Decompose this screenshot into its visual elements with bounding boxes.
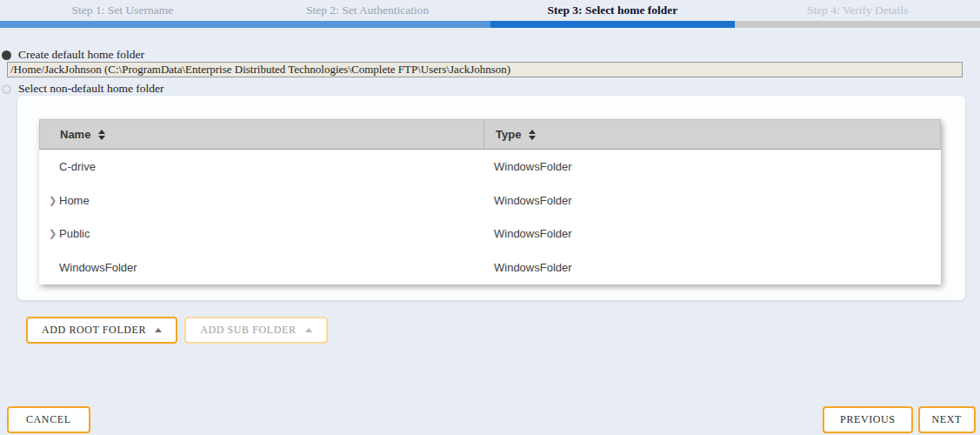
radio-create-default[interactable] (2, 50, 11, 60)
step-3-label: Step 3: Select home folder (490, 2, 736, 17)
chevron-right-icon[interactable]: ❯ (49, 229, 57, 238)
table-row-windowsfolder[interactable]: WindowsFolder WindowsFolder (39, 251, 941, 284)
step-1-label: Step 1: Set Username (0, 2, 245, 17)
wizard-stepper: Step 1: Set Username Step 2: Set Authent… (0, 2, 980, 17)
menu-up-arrow-icon (305, 328, 312, 332)
folder-name: C-drive (59, 160, 96, 173)
sort-icon (98, 130, 105, 140)
folder-type: WindowsFolder (483, 160, 941, 173)
radio-select-non-default[interactable] (2, 84, 11, 94)
add-root-folder-button[interactable]: ADD ROOT FOLDER (26, 317, 177, 344)
previous-button[interactable]: PREVIOUS (823, 406, 912, 433)
column-header-type-label: Type (496, 128, 521, 141)
add-sub-folder-button[interactable]: ADD SUB FOLDER (184, 317, 327, 344)
add-root-folder-label: ADD ROOT FOLDER (42, 324, 146, 337)
wizard-footer: CANCEL PREVIOUS NEXT (7, 406, 976, 433)
add-folder-actions: ADD ROOT FOLDER ADD SUB FOLDER (26, 317, 328, 344)
menu-up-arrow-icon (155, 328, 162, 332)
radio-select-non-default-label[interactable]: Select non-default home folder (18, 82, 164, 96)
chevron-right-icon[interactable]: ❯ (49, 196, 57, 205)
column-header-name[interactable]: Name (40, 120, 483, 149)
folder-table-body: C-drive WindowsFolder ❯ Home WindowsFold… (39, 150, 941, 284)
folder-type: WindowsFolder (483, 227, 941, 240)
radio-create-default-row[interactable]: Create default home folder (2, 48, 144, 62)
next-button[interactable]: NEXT (918, 406, 976, 433)
folder-selection-panel: Name Type C-drive WindowsFolder ❯ Home (17, 96, 965, 300)
cancel-button[interactable]: CANCEL (7, 406, 90, 433)
folder-type: WindowsFolder (483, 194, 941, 207)
progress-active-segment (490, 21, 736, 28)
step-2-label: Step 2: Set Authentication (245, 2, 490, 17)
sort-icon (529, 130, 536, 140)
step-4-label: Step 4: Verify Details (735, 2, 980, 17)
add-sub-folder-label: ADD SUB FOLDER (200, 324, 296, 337)
expander-slot: ❯ (39, 196, 59, 205)
default-home-path-field[interactable] (7, 62, 963, 77)
radio-create-default-label[interactable]: Create default home folder (18, 48, 144, 62)
folder-name: Home (59, 194, 90, 207)
folder-table: Name Type C-drive WindowsFolder ❯ Home (39, 119, 941, 284)
table-row-c-drive[interactable]: C-drive WindowsFolder (39, 150, 941, 184)
folder-type: WindowsFolder (483, 261, 941, 274)
progress-upcoming-segment (735, 21, 980, 28)
radio-select-non-default-row[interactable]: Select non-default home folder (2, 82, 164, 96)
progress-completed-segment (0, 21, 490, 28)
column-header-type[interactable]: Type (483, 120, 940, 149)
wizard-progress-bar (0, 21, 980, 28)
table-row-public[interactable]: ❯ Public WindowsFolder (39, 218, 941, 251)
folder-name: Public (59, 227, 90, 240)
expander-slot: ❯ (39, 229, 59, 238)
folder-table-header: Name Type (39, 119, 941, 150)
column-header-name-label: Name (60, 128, 90, 141)
folder-name: WindowsFolder (59, 261, 137, 274)
table-row-home[interactable]: ❯ Home WindowsFolder (39, 184, 941, 218)
